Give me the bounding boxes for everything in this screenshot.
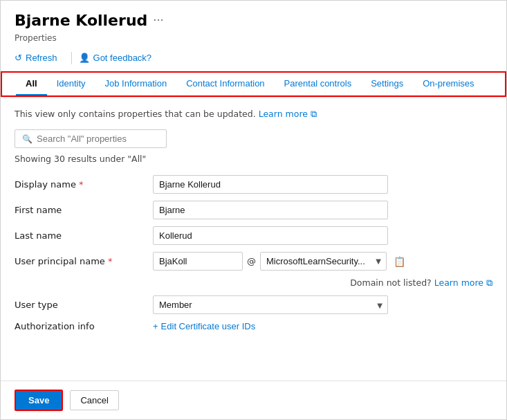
tab-job-information[interactable]: Job Information (95, 73, 177, 95)
first-name-input[interactable] (153, 201, 388, 219)
required-star: * (79, 179, 84, 190)
feedback-button[interactable]: 👤 Got feedback? (79, 50, 159, 66)
edit-certificate-button[interactable]: + Edit Certificate user IDs (153, 321, 255, 331)
copy-icon: 📋 (394, 256, 405, 267)
first-name-label: First name (15, 205, 153, 215)
display-name-label: Display name * (15, 179, 153, 190)
content-area: This view only contains properties that … (1, 98, 506, 381)
tab-on-premises[interactable]: On-premises (413, 73, 483, 95)
last-name-label: Last name (15, 230, 153, 241)
upn-required-star: * (108, 256, 113, 266)
copy-button[interactable]: 📋 (391, 255, 408, 268)
plus-icon: + (153, 321, 158, 331)
display-name-input[interactable] (153, 175, 388, 194)
upn-prefix-input[interactable] (153, 252, 243, 271)
subtitle: Properties (15, 33, 492, 43)
search-icon: 🔍 (22, 134, 33, 144)
page-container: Bjarne Kollerud ··· Properties ↺ Refresh… (0, 0, 507, 420)
page-title: Bjarne Kollerud (15, 12, 147, 29)
toolbar-divider (71, 52, 72, 64)
refresh-button[interactable]: ↺ Refresh (15, 50, 64, 66)
tab-parental-controls[interactable]: Parental controls (275, 73, 362, 95)
toolbar: ↺ Refresh 👤 Got feedback? (15, 50, 492, 71)
upn-input-group: @ MicrosoftLearnSecurity... ▼ 📋 (153, 252, 408, 271)
first-name-row: First name (15, 201, 492, 219)
tab-contact-information[interactable]: Contact Information (176, 73, 274, 95)
auth-info-row: Authorization info + Edit Certificate us… (15, 321, 492, 331)
domain-select-wrapper: MicrosoftLearnSecurity... ▼ (260, 252, 387, 271)
edit-cert-label: Edit Certificate user IDs (161, 321, 256, 331)
refresh-icon: ↺ (15, 53, 22, 63)
last-name-input[interactable] (153, 226, 388, 245)
info-bar: This view only contains properties that … (15, 109, 492, 120)
learn-more-link[interactable]: Learn more ⧉ (259, 109, 317, 119)
auth-info-label: Authorization info (15, 321, 153, 331)
user-type-select[interactable]: Member Guest (153, 295, 388, 314)
tab-settings[interactable]: Settings (361, 73, 413, 95)
save-button[interactable]: Save (15, 390, 63, 411)
tab-all[interactable]: All (16, 73, 47, 95)
more-options-icon[interactable]: ··· (153, 14, 163, 27)
footer: Save Cancel (1, 381, 506, 419)
domain-not-listed-text: Domain not listed? (350, 277, 432, 288)
title-row: Bjarne Kollerud ··· (15, 12, 492, 29)
display-name-row: Display name * (15, 175, 492, 194)
at-sign: @ (243, 256, 260, 266)
external-link-icon: ⧉ (311, 109, 317, 119)
user-type-label: User type (15, 300, 153, 310)
user-type-select-wrapper: Member Guest ▼ (153, 295, 388, 314)
external-link-icon-2: ⧉ (486, 277, 492, 288)
cancel-button[interactable]: Cancel (70, 390, 118, 410)
domain-not-listed-row: Domain not listed? Learn more ⧉ (153, 277, 492, 289)
feedback-icon: 👤 (79, 53, 90, 63)
info-text: This view only contains properties that … (15, 109, 256, 119)
refresh-label: Refresh (26, 53, 57, 63)
tabs-row: All Identity Job Information Contact Inf… (1, 71, 506, 97)
feedback-label: Got feedback? (93, 53, 152, 63)
results-label: Showing 30 results under "All" (15, 154, 492, 164)
tab-identity[interactable]: Identity (47, 73, 95, 95)
search-input[interactable] (37, 134, 159, 144)
domain-select[interactable]: MicrosoftLearnSecurity... (260, 252, 387, 271)
upn-label: User principal name * (15, 256, 153, 266)
upn-row: User principal name * @ MicrosoftLearnSe… (15, 252, 492, 271)
user-type-row: User type Member Guest ▼ (15, 295, 492, 314)
learn-more-domain-link[interactable]: Learn more ⧉ (434, 277, 492, 288)
last-name-row: Last name (15, 226, 492, 245)
header: Bjarne Kollerud ··· Properties ↺ Refresh… (1, 1, 506, 98)
search-box[interactable]: 🔍 (15, 129, 167, 148)
